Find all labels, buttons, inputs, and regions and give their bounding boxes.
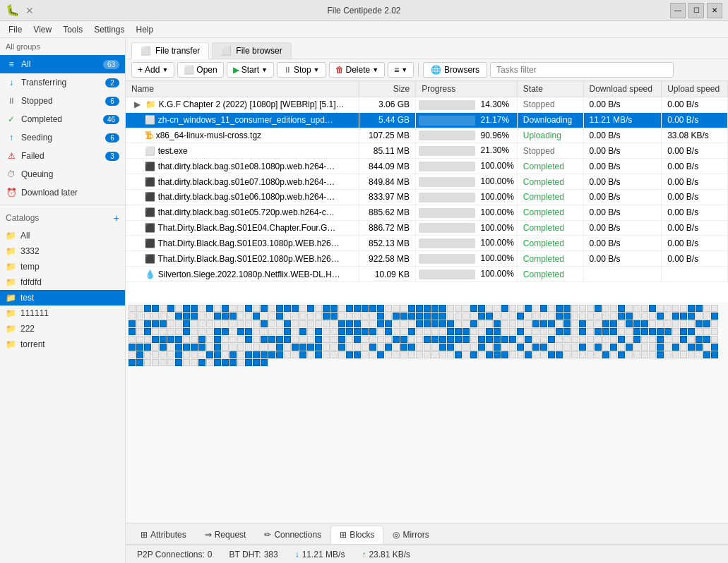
block-cell [470, 351, 477, 358]
sidebar-item-seeding[interactable]: ↑ Seeding 6 [0, 128, 125, 147]
block-cell [354, 328, 361, 335]
titlebar-left: 🐛 ✕ [6, 4, 34, 17]
sidebar-item-download-later[interactable]: ⏰ Download later [0, 183, 125, 202]
menu-file[interactable]: File [3, 23, 28, 36]
catalog-item-all[interactable]: 📁 All [0, 228, 125, 243]
catalog-item-111111[interactable]: 📁 111111 [0, 305, 125, 321]
mirrors-icon: ◎ [393, 530, 400, 540]
block-cell [494, 305, 501, 312]
cell-size: 885.62 MB [359, 205, 416, 220]
table-row[interactable]: ⬛ that.dirty.black.bag.s01e05.720p.web.h… [126, 205, 728, 220]
catalog-item-torrent[interactable]: 📁 torrent [0, 337, 125, 352]
block-cell [641, 336, 648, 343]
table-row[interactable]: 💧 Silverton.Siege.2022.1080p.Netflix.WEB… [126, 267, 728, 282]
sidebar-item-completed[interactable]: ✓ Completed 46 [0, 110, 125, 128]
close-button[interactable]: ✕ [707, 3, 722, 18]
tab-connections[interactable]: ✏ Connections [255, 526, 330, 544]
block-cell [424, 328, 431, 335]
block-cell [478, 305, 485, 312]
block-cell [385, 305, 392, 312]
table-row[interactable]: ⬛ That.Dirty.Black.Bag.S01E03.1080p.WEB.… [126, 236, 728, 251]
add-catalog-button[interactable]: + [114, 212, 119, 224]
expand-button[interactable]: ▶ [131, 99, 143, 109]
block-cell [688, 305, 695, 312]
tab-file-transfer[interactable]: ⬜ File transfer [131, 42, 209, 59]
block-cell [144, 344, 151, 351]
table-row[interactable]: ⬛ That.Dirty.Black.Bag.S01E04.Chapter.Fo… [126, 220, 728, 236]
table-row[interactable]: ⬜ zh-cn_windows_11_consumer_editions_upd… [126, 112, 728, 128]
block-cell [152, 305, 159, 312]
progress-text: 14.30% [480, 99, 509, 109]
progress-bar-wrap [419, 238, 475, 248]
menu-settings[interactable]: Settings [88, 23, 130, 36]
catalog-item-3332[interactable]: 📁 3332 [0, 243, 125, 259]
sidebar-item-all[interactable]: ≡ All 63 [0, 55, 125, 73]
table-row[interactable]: ▶ 📁 K.G.F Chapter 2 (2022) [1080p] [WEBR… [126, 97, 728, 113]
tab-file-browser[interactable]: ⬜ File browser [212, 42, 291, 59]
progress-text: 100.00% [480, 269, 513, 279]
table-row[interactable]: ⬜ test.exe 85.11 MB 21.30% Stopped 0.00 … [126, 143, 728, 159]
sidebar-item-failed[interactable]: ⚠ Failed 3 [0, 147, 125, 165]
tab-blocks[interactable]: ⊞ Blocks [330, 526, 383, 544]
open-button[interactable]: ⬜ Open [177, 62, 223, 78]
sidebar-item-transferring[interactable]: ↓ Transferring 2 [0, 73, 125, 92]
block-cell [307, 328, 314, 335]
delete-button[interactable]: 🗑 Delete ▼ [329, 62, 386, 78]
cell-progress: 100.00% [416, 205, 518, 220]
cell-progress: 14.30% [416, 97, 518, 113]
menu-help[interactable]: Help [131, 23, 160, 36]
table-row[interactable]: 🗜 x86_64-linux-musl-cross.tgz 107.25 MB … [126, 128, 728, 143]
catalog-label-all: All [20, 231, 30, 241]
sidebar-label-failed: Failed [21, 151, 44, 161]
start-arrow-icon: ▼ [261, 66, 268, 73]
block-cell [509, 344, 516, 351]
table-row[interactable]: ⬛ that.dirty.black.bag.s01e08.1080p.web.… [126, 159, 728, 174]
sidebar-label-transferring: Transferring [21, 78, 66, 87]
completed-icon: ✓ [6, 114, 17, 125]
sidebar-item-queuing[interactable]: ⏱ Queuing [0, 165, 125, 183]
block-cell [253, 351, 260, 358]
block-cell [525, 320, 532, 327]
tab-attributes[interactable]: ⊞ Attributes [131, 526, 196, 544]
maximize-button[interactable]: ☐ [688, 3, 704, 18]
block-cell [610, 351, 617, 358]
block-cell [362, 336, 369, 343]
cell-download-speed: 0.00 B/s [583, 174, 662, 190]
block-cell [431, 313, 438, 320]
block-cell [532, 305, 539, 312]
cell-progress: 100.00% [416, 251, 518, 267]
tasks-filter-input[interactable] [490, 62, 674, 78]
catalog-item-test[interactable]: 📁 test [0, 290, 125, 305]
block-cell [478, 344, 485, 351]
tab-mirrors[interactable]: ◎ Mirrors [383, 526, 438, 544]
cell-size: 107.25 MB [359, 128, 416, 143]
block-cell [672, 328, 679, 335]
more-button[interactable]: ≡ ▼ [388, 62, 414, 78]
table-row[interactable]: ⬛ that.dirty.black.bag.s01e07.1080p.web.… [126, 174, 728, 190]
progress-bar-wrap [419, 193, 475, 202]
sidebar-item-stopped[interactable]: ⏸ Stopped 6 [0, 92, 125, 110]
open-icon: ⬜ [184, 65, 194, 75]
block-cell [618, 313, 625, 320]
menu-view[interactable]: View [28, 23, 57, 36]
block-cell [229, 320, 237, 327]
block-cell [416, 344, 423, 351]
catalog-item-222[interactable]: 📁 222 [0, 321, 125, 337]
menu-tools[interactable]: Tools [57, 23, 88, 36]
add-button[interactable]: + Add ▼ [131, 62, 174, 78]
seeding-icon: ↑ [6, 132, 17, 143]
tab-request[interactable]: ⇒ Request [196, 526, 256, 544]
start-button[interactable]: ▶ Start ▼ [227, 62, 274, 78]
minimize-button[interactable]: — [670, 3, 686, 18]
table-row[interactable]: ⬛ that.dirty.black.bag.s01e06.1080p.web.… [126, 189, 728, 205]
blocks-icon: ⊞ [340, 530, 347, 540]
titlebar: 🐛 ✕ File Centipede 2.02 — ☐ ✕ [0, 0, 728, 21]
catalog-item-fdfdfd[interactable]: 📁 fdfdfd [0, 274, 125, 290]
block-cell [517, 344, 524, 351]
browsers-button[interactable]: 🌐 Browsers [423, 62, 487, 78]
block-cell [393, 336, 400, 343]
block-cell [424, 320, 431, 327]
catalog-item-temp[interactable]: 📁 temp [0, 259, 125, 274]
table-row[interactable]: ⬛ That.Dirty.Black.Bag.S01E02.1080p.WEB.… [126, 251, 728, 267]
stop-button[interactable]: ⏸ Stop ▼ [277, 62, 326, 78]
